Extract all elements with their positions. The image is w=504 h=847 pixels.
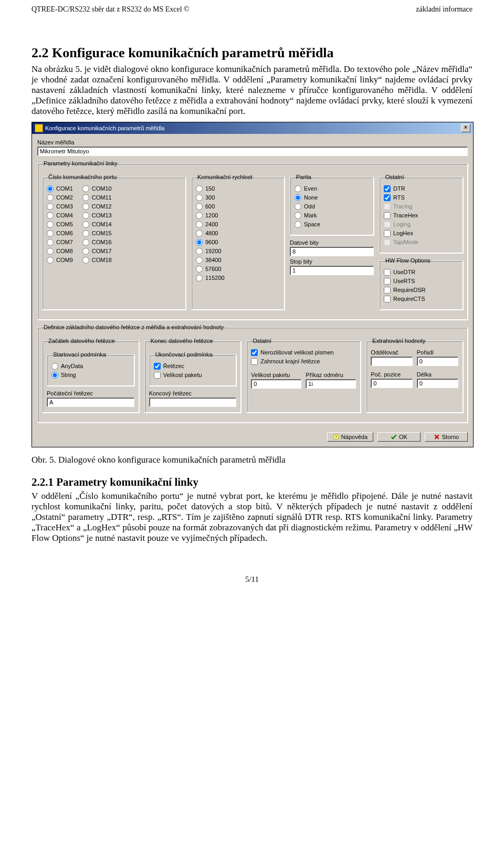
radio-com16[interactable]: COM16 [82, 238, 112, 246]
radio-input[interactable] [196, 266, 203, 273]
radio-string[interactable]: String [51, 371, 130, 379]
radio-4800[interactable]: 4800 [196, 229, 280, 237]
radio-input[interactable] [82, 212, 89, 219]
end-str-input[interactable] [149, 398, 237, 407]
radio-input[interactable] [47, 203, 54, 210]
radio-1200[interactable]: 1200 [196, 212, 280, 219]
radio-600[interactable]: 600 [196, 203, 280, 210]
help-button[interactable]: ? Nápověda [327, 432, 373, 442]
check-input[interactable] [251, 358, 258, 365]
radio-input[interactable] [295, 185, 301, 192]
check-loghex[interactable]: LogHex [384, 229, 458, 237]
radio-com1[interactable]: COM1 [47, 185, 73, 192]
radio-input[interactable] [295, 221, 301, 228]
radio-300[interactable]: 300 [196, 194, 280, 201]
radio-input[interactable] [47, 248, 54, 255]
radio-com18[interactable]: COM18 [82, 256, 112, 264]
radio-input[interactable] [47, 185, 54, 192]
radio-input[interactable] [295, 212, 301, 219]
len-input[interactable] [417, 379, 458, 388]
radio-input[interactable] [196, 194, 203, 201]
radio-com4[interactable]: COM4 [47, 212, 73, 219]
radio-input[interactable] [47, 257, 54, 264]
check-input[interactable] [384, 278, 391, 285]
radio-input[interactable] [47, 212, 54, 219]
databits-input[interactable] [290, 247, 374, 256]
radio-input[interactable] [196, 203, 203, 210]
radio-input[interactable] [196, 221, 203, 228]
check-input[interactable] [154, 372, 161, 379]
radio-com3[interactable]: COM3 [47, 203, 73, 210]
check-input[interactable] [154, 363, 161, 370]
radio-9600[interactable]: 9600 [196, 238, 280, 246]
radio-115200[interactable]: 115200 [196, 274, 280, 281]
check-řetězec[interactable]: Řetězec [154, 362, 232, 370]
radio-input[interactable] [82, 194, 89, 201]
order-input[interactable] [417, 357, 458, 366]
radio-38400[interactable]: 38400 [196, 256, 280, 264]
radio-none[interactable]: None [295, 194, 369, 201]
check-zahrnout-krajní-řetězce[interactable]: Zahrnout krajní řetězce [251, 358, 356, 365]
radio-input[interactable] [47, 221, 54, 228]
radio-mark[interactable]: Mark [295, 212, 369, 219]
delim-input[interactable] [371, 357, 412, 366]
radio-com14[interactable]: COM14 [82, 221, 112, 228]
pos-input[interactable] [371, 379, 412, 388]
radio-19200[interactable]: 19200 [196, 247, 280, 255]
radio-com17[interactable]: COM17 [82, 247, 112, 255]
radio-com13[interactable]: COM13 [82, 212, 112, 219]
radio-input[interactable] [47, 194, 54, 201]
check-input[interactable] [384, 212, 391, 219]
radio-com6[interactable]: COM6 [47, 229, 73, 237]
radio-space[interactable]: Space [295, 221, 369, 228]
check-requirects[interactable]: RequireCTS [384, 295, 458, 302]
radio-input[interactable] [47, 230, 54, 237]
radio-input[interactable] [196, 257, 203, 264]
cancel-button[interactable]: Storno [425, 432, 468, 442]
start-str-input[interactable] [47, 398, 134, 407]
check-velikost-paketu[interactable]: Velikost paketu [154, 371, 232, 379]
radio-even[interactable]: Even [295, 185, 369, 192]
radio-input[interactable] [82, 239, 89, 246]
radio-input[interactable] [196, 275, 203, 281]
radio-anydata[interactable]: AnyData [51, 362, 130, 370]
radio-input[interactable] [82, 221, 89, 228]
radio-com12[interactable]: COM12 [82, 203, 112, 210]
check-input[interactable] [251, 349, 258, 356]
check-requiredsr[interactable]: RequireDSR [384, 286, 458, 294]
radio-input[interactable] [196, 230, 203, 237]
close-icon[interactable]: × [461, 124, 470, 132]
radio-input[interactable] [196, 212, 203, 219]
radio-input[interactable] [82, 203, 89, 210]
radio-57600[interactable]: 57600 [196, 265, 280, 273]
ok-button[interactable]: OK [377, 432, 421, 442]
radio-com15[interactable]: COM15 [82, 229, 112, 237]
radio-input[interactable] [196, 239, 203, 246]
name-input[interactable] [37, 147, 468, 156]
radio-input[interactable] [51, 372, 58, 379]
radio-odd[interactable]: Odd [295, 203, 369, 210]
check-dtr[interactable]: DTR [384, 185, 458, 192]
radio-com8[interactable]: COM8 [47, 247, 73, 255]
radio-input[interactable] [82, 248, 89, 255]
radio-input[interactable] [196, 185, 203, 192]
radio-input[interactable] [82, 230, 89, 237]
cmd-input[interactable] [306, 379, 356, 389]
radio-input[interactable] [51, 363, 58, 370]
stopbits-input[interactable] [290, 266, 374, 275]
check-input[interactable] [384, 269, 391, 276]
check-nerozlišovat-velikost-písmen[interactable]: Nerozlišovat velikost písmen [251, 349, 356, 356]
check-input[interactable] [384, 296, 391, 302]
radio-com11[interactable]: COM11 [82, 194, 112, 201]
radio-input[interactable] [295, 194, 301, 201]
radio-input[interactable] [295, 203, 301, 210]
check-input[interactable] [384, 230, 391, 237]
check-input[interactable] [384, 287, 391, 294]
check-rts[interactable]: RTS [384, 194, 458, 201]
packet-input[interactable] [251, 379, 301, 389]
check-input[interactable] [384, 194, 391, 201]
radio-input[interactable] [196, 248, 203, 255]
check-tracehex[interactable]: TraceHex [384, 212, 458, 219]
radio-2400[interactable]: 2400 [196, 221, 280, 228]
radio-com2[interactable]: COM2 [47, 194, 73, 201]
